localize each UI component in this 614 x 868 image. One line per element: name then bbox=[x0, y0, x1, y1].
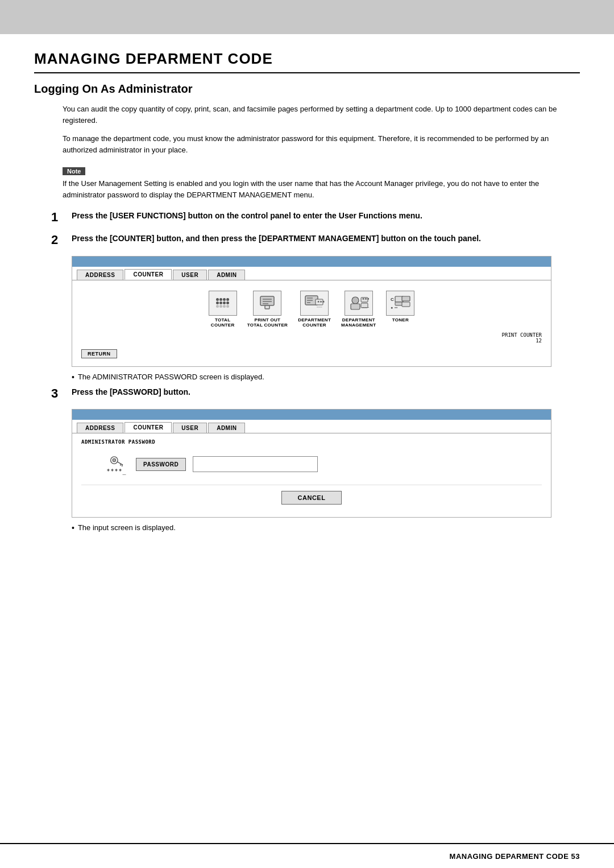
content-area: MANAGING DEPARMENT CODE Logging On As Ad… bbox=[0, 34, 614, 582]
svg-text:●: ● bbox=[391, 305, 393, 309]
tab-address[interactable]: ADDRESS bbox=[77, 270, 123, 280]
icon-dept-counter: *** ___ DEPARTMENT COUNTER bbox=[298, 291, 331, 328]
total-counter-icon bbox=[209, 291, 237, 316]
print-out-icon bbox=[253, 291, 281, 316]
panel1-body: TOTAL COUNTER bbox=[72, 280, 551, 366]
icon-dept-mgmt: *** ___ DEPARTMENT MANAGEMENT bbox=[341, 291, 376, 328]
panel2-topbar bbox=[72, 410, 551, 420]
panel2-body: ADMINISTRATOR PASSWORD ****_ bbox=[72, 433, 551, 517]
step3-text: Press the [PASSWORD] button. bbox=[72, 386, 580, 398]
bullet1: The ADMINISTRATOR PASSWORD screen is dis… bbox=[72, 373, 580, 382]
password-stars: ****_ bbox=[106, 468, 126, 474]
counter-icons: TOTAL COUNTER bbox=[81, 286, 542, 332]
svg-rect-4 bbox=[265, 305, 269, 309]
ui-panel-counter: ADDRESS COUNTER USER ADMIN bbox=[72, 256, 551, 367]
tab-user[interactable]: USER bbox=[173, 270, 207, 280]
svg-rect-24 bbox=[402, 302, 410, 307]
bullet2: The input screen is displayed. bbox=[72, 523, 580, 532]
icon-toner: C ● ▪▪ Y TONER bbox=[386, 291, 414, 328]
key-icon: ****_ bbox=[104, 454, 129, 474]
section-heading: Logging On As Administrator bbox=[34, 82, 580, 96]
panel1-tabs: ADDRESS COUNTER USER ADMIN bbox=[72, 267, 551, 280]
step2: 2 Press the [COUNTER] button, and then p… bbox=[51, 233, 580, 247]
icon-print-out: PRINT OUT TOTAL COUNTER bbox=[247, 291, 288, 328]
svg-text:***: *** bbox=[362, 297, 369, 302]
svg-point-12 bbox=[352, 297, 359, 304]
step2-text: Press the [COUNTER] button, and then pre… bbox=[72, 233, 580, 245]
page-wrapper: MANAGING DEPARMENT CODE Logging On As Ad… bbox=[0, 0, 614, 868]
svg-rect-25 bbox=[402, 296, 410, 301]
page-footer: MANAGING DEPARMENT CODE 53 bbox=[0, 843, 614, 868]
step3: 3 Press the [PASSWORD] button. bbox=[51, 386, 580, 401]
password-area: ****_ PASSWORD bbox=[104, 449, 542, 479]
svg-text:▪▪: ▪▪ bbox=[395, 305, 398, 309]
icon-total-counter: TOTAL COUNTER bbox=[209, 291, 237, 328]
panel1-topbar bbox=[72, 257, 551, 267]
note-box: Note If the User Management Setting is e… bbox=[63, 166, 551, 201]
admin-password-label: ADMINISTRATOR PASSWORD bbox=[81, 439, 542, 445]
step3-number: 3 bbox=[51, 386, 72, 401]
note-label: Note bbox=[63, 167, 85, 175]
tab-counter[interactable]: COUNTER bbox=[125, 269, 172, 280]
password-button[interactable]: PASSWORD bbox=[136, 458, 186, 471]
note-text: If the User Management Setting is enable… bbox=[63, 178, 551, 201]
body-para1: You can audit the copy quantity of copy,… bbox=[63, 104, 580, 126]
svg-text:C: C bbox=[391, 297, 394, 302]
tab-admin[interactable]: ADMIN bbox=[208, 270, 245, 280]
tab2-address[interactable]: ADDRESS bbox=[77, 423, 123, 433]
step1-text: Press the [USER FUNCTIONS] button on the… bbox=[72, 210, 580, 222]
toner-icon: C ● ▪▪ Y bbox=[386, 291, 414, 316]
cancel-button[interactable]: CANCEL bbox=[281, 491, 342, 505]
svg-rect-1 bbox=[263, 299, 272, 300]
tab2-admin[interactable]: ADMIN bbox=[208, 423, 245, 433]
return-button[interactable]: RETURN bbox=[81, 349, 117, 358]
print-counter-label: PRINT COUNTER12 bbox=[81, 332, 542, 344]
svg-text:___: ___ bbox=[362, 303, 369, 308]
cancel-btn-row: CANCEL bbox=[81, 485, 542, 509]
svg-text:___: ___ bbox=[317, 304, 323, 308]
svg-point-27 bbox=[113, 458, 116, 462]
step2-number: 2 bbox=[51, 233, 72, 247]
body-para2: To manage the department code, you must … bbox=[63, 133, 580, 156]
tab2-counter[interactable]: COUNTER bbox=[125, 422, 172, 433]
panel2-tabs: ADDRESS COUNTER USER ADMIN bbox=[72, 420, 551, 433]
step1-number: 1 bbox=[51, 210, 72, 225]
svg-rect-3 bbox=[263, 303, 268, 304]
svg-rect-7 bbox=[307, 300, 313, 301]
step1: 1 Press the [USER FUNCTIONS] button on t… bbox=[51, 210, 580, 225]
svg-rect-6 bbox=[307, 297, 313, 299]
dept-counter-icon: *** ___ bbox=[300, 291, 329, 316]
footer-text: MANAGING DEPARMENT CODE 53 bbox=[450, 852, 580, 861]
tab2-user[interactable]: USER bbox=[173, 423, 207, 433]
svg-rect-8 bbox=[307, 302, 310, 303]
svg-rect-13 bbox=[351, 304, 360, 309]
top-bar bbox=[0, 0, 614, 34]
dept-mgmt-icon: *** ___ bbox=[345, 291, 373, 316]
password-input-box[interactable] bbox=[193, 456, 318, 472]
main-title: MANAGING DEPARMENT CODE bbox=[34, 50, 580, 73]
svg-rect-2 bbox=[263, 301, 272, 302]
ui-panel-password: ADDRESS COUNTER USER ADMIN ADMINISTRATOR… bbox=[72, 409, 551, 518]
